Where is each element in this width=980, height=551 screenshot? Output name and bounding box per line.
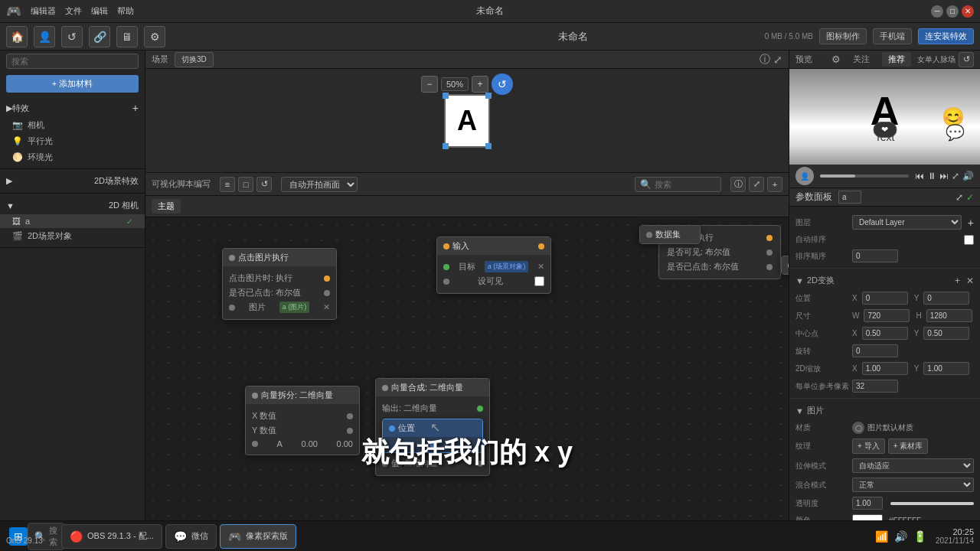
sidebar-item-camera[interactable]: 📷 相机	[0, 117, 145, 133]
scene-plus-btn[interactable]: +	[472, 76, 488, 93]
is-click-port[interactable]	[766, 264, 773, 270]
mobile-btn[interactable]: 手机端	[873, 28, 912, 44]
opacity-input[interactable]	[852, 497, 883, 510]
transform-close[interactable]: ✕	[966, 276, 974, 286]
vs-menu-btn[interactable]: ≡	[220, 177, 235, 192]
preview-refresh-btn[interactable]: ↺	[959, 52, 974, 67]
center-x-input[interactable]	[862, 327, 908, 340]
icon-create-btn[interactable]: 图标制作	[819, 28, 867, 44]
props-check-icon[interactable]: ✓	[966, 192, 974, 203]
add-material-btn[interactable]: + 添加材料	[6, 75, 139, 93]
import-btn[interactable]: + 导入	[852, 439, 885, 454]
vs-copy-btn[interactable]: □	[238, 177, 253, 192]
next-exec-port[interactable]	[766, 235, 773, 241]
menu-file[interactable]: 文件	[65, 5, 82, 17]
node-canvas[interactable]: 下一个: 执行 是否可见: 布尔值 是否已点击: 布尔值	[145, 217, 789, 533]
play-prev-icon[interactable]: ⏮	[915, 171, 924, 181]
vs-dropdown[interactable]: 自动开拍画面	[281, 177, 358, 192]
material-lib-btn[interactable]: + 素材库	[888, 439, 929, 454]
preview-tab-attention[interactable]: 关注	[847, 52, 876, 67]
vs-refresh-btn[interactable]: ↺	[256, 177, 272, 192]
pos-y-input[interactable]	[923, 292, 969, 305]
play-pause-icon[interactable]: ⏸	[927, 171, 936, 181]
y-out-port[interactable]	[347, 428, 353, 434]
output-port[interactable]	[477, 406, 483, 412]
image-close[interactable]: ✕	[323, 302, 330, 312]
visible-port[interactable]	[766, 249, 773, 256]
camera-2d-header[interactable]: ▼ 2D 相机	[0, 197, 145, 214]
click-node[interactable]: 点击图片执行 点击图片时: 执行 是否已点击: 布尔值	[222, 248, 337, 320]
switch-3d-btn[interactable]: 切换3D	[175, 52, 214, 67]
value-in-port[interactable]	[382, 461, 388, 467]
vs-expand-btn[interactable]: ⤢	[749, 177, 764, 192]
vec2-combine-node[interactable]: 向量合成: 二维向量 输出: 二维向量 位置	[375, 378, 490, 476]
preview-settings-icon[interactable]: ⚙	[831, 54, 841, 65]
close-btn[interactable]: ✕	[962, 5, 974, 18]
x-out-port[interactable]	[347, 413, 353, 419]
value-out-port[interactable]	[477, 461, 483, 467]
on-click-port[interactable]	[324, 276, 330, 282]
battery-icon[interactable]: 🔋	[913, 530, 926, 543]
sidebar-item-a[interactable]: 🖼 a ✓	[0, 214, 145, 228]
toggle-a[interactable]: ✓	[126, 217, 132, 226]
preview-progress[interactable]	[820, 174, 909, 178]
like-btn[interactable]: ❤	[873, 122, 897, 138]
vs-add-btn[interactable]: +	[767, 177, 782, 192]
sort-order-input[interactable]	[852, 249, 898, 262]
blend-dropdown[interactable]: 正常	[852, 478, 974, 492]
sidebar-item-parallel-light[interactable]: 💡 平行光	[0, 133, 145, 149]
rotation-input[interactable]	[852, 344, 898, 357]
minimize-btn[interactable]: ─	[931, 5, 943, 18]
scene-expand-icon[interactable]: ⤢	[773, 54, 782, 66]
opacity-slider[interactable]	[890, 502, 974, 505]
person-btn[interactable]: 👤	[34, 26, 55, 47]
network-icon[interactable]: 📶	[875, 530, 888, 543]
scale-y-input[interactable]	[923, 362, 969, 375]
refresh-btn[interactable]: ↺	[61, 26, 83, 47]
visible-checkbox[interactable]	[534, 276, 544, 286]
preview-tab-recommend[interactable]: 推荐	[882, 52, 911, 67]
fullscreen-icon[interactable]: ⤢	[952, 171, 959, 181]
a-in-port[interactable]	[252, 441, 258, 447]
is-click-node-port[interactable]	[324, 290, 330, 296]
input-node[interactable]: 输入 目标 a (场景对象) ✕ 设可见	[436, 236, 551, 294]
home-btn[interactable]: 🏠	[6, 26, 28, 47]
size-h-input[interactable]	[926, 309, 972, 322]
scene-info-icon[interactable]: ⓘ	[760, 53, 770, 67]
target-close[interactable]: ✕	[537, 262, 544, 272]
maximize-btn[interactable]: □	[946, 5, 959, 18]
auto-sort-checkbox[interactable]	[964, 235, 974, 245]
input-node-exec-port[interactable]	[538, 243, 544, 249]
main-tab[interactable]: 主题	[152, 199, 181, 214]
settings-btn[interactable]: ⚙	[144, 26, 165, 47]
sidebar-item-ambient-light[interactable]: 🌕 环境光	[0, 149, 145, 165]
install-effect-btn[interactable]: 连安装特效	[918, 28, 974, 44]
system-clock[interactable]: 20:25 2021/11/14	[936, 527, 974, 545]
preview-chat-icon[interactable]: 💬	[946, 123, 965, 142]
vec2-split-node[interactable]: 向量拆分: 二维向量 X 数值 Y 数值 A	[245, 386, 360, 455]
scene-canvas[interactable]: − 50% + ↺ A	[145, 69, 789, 172]
taskbar-wechat[interactable]: 💬 微信	[165, 524, 217, 549]
camera-special-header[interactable]: ▶ 2D场景特效	[0, 172, 145, 190]
sidebar-search-input[interactable]	[6, 54, 139, 69]
position-port[interactable]	[430, 442, 436, 448]
volume-sys-icon[interactable]: 🔊	[894, 530, 907, 543]
props-node-name[interactable]	[838, 191, 861, 204]
scene-refresh-btn[interactable]: ↺	[492, 73, 513, 95]
volume-icon[interactable]: 🔊	[962, 171, 974, 181]
image-header[interactable]: ▼ 图片	[789, 402, 980, 419]
scale-x-input[interactable]	[862, 362, 908, 375]
taskbar-pixel[interactable]: 🎮 像素探索版	[220, 524, 296, 549]
scene-minus-btn[interactable]: −	[421, 76, 438, 93]
image-in-port[interactable]	[229, 305, 235, 311]
transform-expand[interactable]: +	[955, 276, 960, 286]
center-y-input[interactable]	[923, 327, 969, 340]
monitor-btn[interactable]: 🖥	[116, 26, 138, 47]
link-btn[interactable]: 🔗	[89, 26, 110, 47]
unit-val-input[interactable]	[852, 380, 898, 393]
layer-add-icon[interactable]: +	[968, 217, 974, 229]
pos-x-input[interactable]	[862, 292, 908, 305]
effects-add[interactable]: +	[132, 102, 139, 114]
target-in-port[interactable]	[443, 264, 449, 270]
position-sub-node[interactable]: 位置	[382, 419, 483, 453]
